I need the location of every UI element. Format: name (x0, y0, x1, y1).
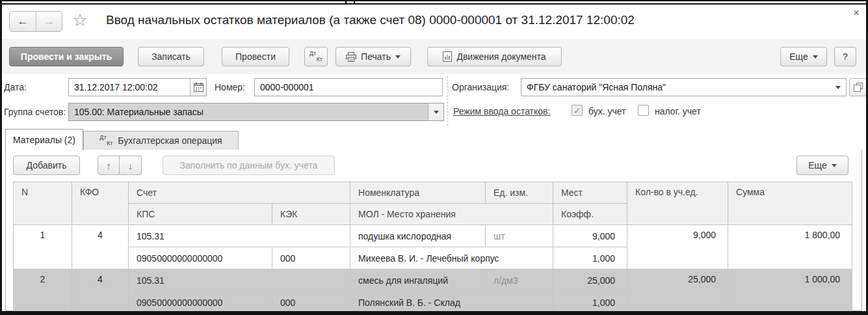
caret-down-icon (832, 164, 837, 167)
col-header-nomenclature: Номенклатура (350, 182, 486, 204)
caret-down-icon (813, 55, 818, 59)
number-label: Номер: (215, 82, 245, 92)
col-header-koeff: Коэфф. (553, 204, 627, 225)
organization-dropdown[interactable] (830, 79, 846, 96)
more-button[interactable]: Еще (780, 47, 827, 66)
col-header-qty: Кол-во в уч.ед. (627, 182, 728, 225)
help-label: ? (843, 51, 848, 62)
number-field[interactable] (254, 78, 443, 96)
cell-unit[interactable]: шт (486, 225, 553, 247)
table-more-button[interactable]: Еще (796, 156, 848, 175)
cell-mol[interactable]: Михеева В. И. - Лечебный корпус (350, 247, 553, 269)
window-border (0, 311, 868, 315)
calendar-button[interactable] (190, 79, 206, 96)
table-row-selected: 2 4 105.31 смесь для ингаляций л/дм3 25,… (14, 269, 852, 292)
tax-checkbox[interactable] (638, 105, 649, 116)
cell-kps[interactable]: 09050000000000000 (129, 247, 272, 269)
date-input[interactable] (69, 79, 190, 96)
window-border (0, 0, 2, 315)
move-down-button[interactable]: ↓ (120, 156, 142, 175)
more-label: Еще (789, 51, 808, 62)
back-button[interactable]: ← (10, 12, 36, 31)
cell-mest[interactable]: 25,000 (553, 269, 627, 292)
account-group-value: 105.00: Материальные запасы (69, 103, 428, 120)
caret-down-icon (395, 55, 401, 59)
col-header-kps: КПС (129, 204, 272, 225)
form-splitter[interactable] (447, 76, 448, 126)
tab-accounting-operation-label: Бухгалтерская операция (118, 135, 222, 146)
window-border (354, 0, 355, 5)
cell-mest[interactable]: 9,000 (553, 225, 627, 247)
add-row-label: Добавить (27, 160, 67, 171)
check-icon: ✓ (573, 106, 581, 115)
tab-materials[interactable]: Материалы (2) (5, 129, 83, 150)
forward-button[interactable]: → (36, 12, 62, 31)
print-label: Печать (361, 51, 391, 62)
document-window: ← → ☆ Ввод начальных остатков материалов… (0, 0, 868, 315)
forward-arrow-icon: → (44, 15, 55, 28)
post-and-close-label: Провести и закрыть (21, 51, 112, 62)
table-more-label: Еще (808, 160, 827, 171)
cell-account[interactable]: 105.31 (129, 269, 350, 292)
arrow-down-icon: ↓ (128, 160, 133, 171)
add-row-button[interactable]: Добавить (13, 156, 80, 175)
window-border (0, 0, 868, 1)
cell-n[interactable]: 2 (14, 269, 72, 314)
window-border (345, 0, 347, 5)
accounting-checkbox[interactable]: ✓ (572, 105, 583, 116)
date-field[interactable] (68, 78, 207, 96)
number-input[interactable] (255, 79, 442, 96)
accounting-checkbox-label: бух. учет (588, 106, 626, 116)
favorite-star-icon[interactable]: ☆ (72, 10, 88, 30)
col-header-sum: Сумма (728, 182, 852, 225)
cell-koeff[interactable]: 1,000 (553, 247, 627, 269)
account-group-combo[interactable]: 105.00: Материальные запасы (68, 103, 444, 121)
cell-nomenclature[interactable]: подушка кислородная (350, 225, 486, 247)
col-header-kek: КЭК (272, 204, 350, 225)
col-header-kfo: КФО (72, 182, 129, 225)
tax-checkbox-label: налог. учет (655, 106, 701, 116)
fill-from-accounting-label: Заполнить по данным бух. учета (179, 160, 317, 171)
print-button[interactable]: Печать (335, 47, 411, 66)
cell-account[interactable]: 105.31 (129, 225, 350, 247)
fill-from-accounting-button[interactable]: Заполнить по данным бух. учета (163, 156, 335, 175)
col-header-unit: Ед. изм. (486, 182, 553, 204)
cell-qty[interactable]: 25,000 (627, 269, 728, 314)
cell-kps[interactable]: 09050000000000000 (129, 292, 272, 314)
caret-down-icon (434, 111, 439, 114)
document-movements-label: Движения документа (456, 51, 546, 62)
tab-materials-label: Материалы (2) (13, 135, 75, 145)
post-and-close-button[interactable]: Провести и закрыть (9, 47, 124, 66)
organization-open-button[interactable] (849, 78, 867, 96)
help-button[interactable]: ? (834, 47, 856, 66)
cell-kfo-current[interactable]: 4 (72, 269, 129, 314)
dtkt-button[interactable]: ДтКт (304, 47, 328, 66)
cell-koeff[interactable]: 1,000 (553, 292, 627, 314)
post-button[interactable]: Провести (222, 47, 289, 66)
save-button[interactable]: Записать (138, 47, 204, 66)
cell-nomenclature[interactable]: смесь для ингаляций (350, 269, 486, 292)
cell-kek[interactable]: 000 (272, 292, 350, 314)
move-up-button[interactable]: ↑ (98, 156, 120, 175)
post-label: Провести (235, 51, 276, 62)
cell-mol[interactable]: Полянский В. Б. - Склад (350, 292, 553, 314)
account-group-dropdown[interactable] (428, 103, 443, 120)
document-movements-icon (443, 51, 452, 62)
close-icon[interactable]: × (853, 7, 860, 20)
nav-button-group: ← → (9, 11, 62, 32)
save-label: Записать (151, 51, 191, 62)
window-title: Ввод начальных остатков материалов (а та… (106, 13, 635, 27)
cell-qty[interactable]: 9,000 (627, 225, 728, 269)
cell-sum[interactable]: 1 000,00 (728, 269, 852, 314)
cell-n[interactable]: 1 (14, 225, 72, 269)
cell-unit[interactable]: л/дм3 (486, 269, 553, 292)
cell-kek[interactable]: 000 (272, 247, 350, 269)
organization-combo[interactable]: ФГБУ санаторий "Ясная Поляна" (521, 78, 847, 96)
document-movements-button[interactable]: Движения документа (427, 47, 562, 66)
col-header-mol: МОЛ - Место хранения (350, 204, 553, 225)
balance-mode-link[interactable]: Режим ввода остатков: (453, 106, 550, 116)
cell-sum[interactable]: 1 800,00 (728, 225, 852, 269)
back-arrow-icon: ← (18, 15, 29, 28)
tab-accounting-operation[interactable]: ДтКт Бухгалтерская операция (83, 131, 239, 150)
cell-kfo[interactable]: 4 (72, 225, 129, 269)
